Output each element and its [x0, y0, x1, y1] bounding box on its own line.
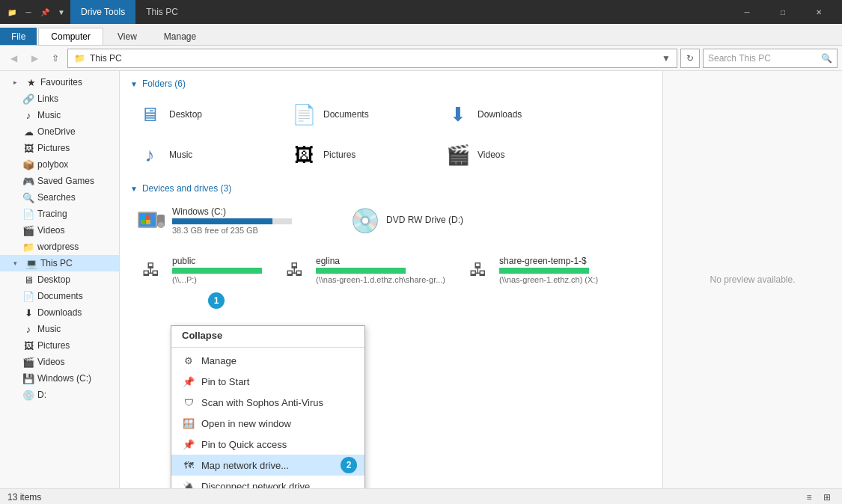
drive-dvd-d[interactable]: 💿 DVD RW Drive (D:): [344, 201, 554, 240]
close-button[interactable]: ✕: [802, 0, 836, 24]
network-eglina-sub: (\\nas-green-1.d.ethz.ch\share-gr...): [316, 275, 445, 284]
sidebar-item-downloads[interactable]: ⬇ Downloads: [0, 304, 119, 321]
folder-desktop[interactable]: 🖥 Desktop: [130, 96, 280, 132]
tab-manage[interactable]: Manage: [151, 28, 209, 45]
network-public-bar: [172, 268, 262, 274]
drives-header-text: Devices and drives (3): [142, 183, 231, 194]
sidebar-item-videos[interactable]: 🎬 Videos: [0, 222, 119, 239]
ctx-collapse[interactable]: Collapse: [171, 326, 364, 345]
ctx-map-drive[interactable]: 🗺 Map network drive... 2: [171, 455, 364, 476]
minimize-quick[interactable]: ─: [22, 6, 34, 18]
network-drive-eglina[interactable]: 🖧 eglina (\\nas-green-1.d.ethz.ch\share-…: [274, 251, 451, 289]
folder-documents-icon: 📄: [290, 101, 317, 128]
sidebar-item-dvd[interactable]: 💿 D:: [0, 387, 119, 403]
sidebar-item-tracing[interactable]: 📄 Tracing: [0, 206, 119, 222]
sidebar-label-videos2: Videos: [37, 357, 64, 367]
folder-desktop-icon: 🖥: [136, 101, 163, 128]
title-bar-icons: 📁 ─ 📌 ▼: [6, 6, 67, 18]
tab-view[interactable]: View: [105, 28, 150, 45]
sidebar-item-desktop[interactable]: 🖥 Desktop: [0, 271, 119, 288]
videos2-icon: 🎬: [22, 356, 34, 368]
minimize-button[interactable]: ─: [730, 0, 764, 24]
ribbon-tabs: File Computer View Manage: [0, 24, 842, 45]
ctx-pin-start[interactable]: 📌 Pin to Start: [171, 371, 364, 392]
back-button[interactable]: ◀: [4, 49, 22, 67]
folder-downloads[interactable]: ⬇ Downloads: [439, 96, 588, 132]
sidebar-item-links[interactable]: 🔗 Links: [0, 90, 119, 107]
ctx-manage-icon: ⚙: [182, 354, 195, 367]
dvd-icon-sm: 💿: [22, 389, 34, 401]
maximize-button[interactable]: □: [766, 0, 800, 24]
up-button[interactable]: ⇧: [46, 49, 64, 67]
folder-videos[interactable]: 🎬 Videos: [439, 137, 588, 173]
sidebar-label-music: Music: [37, 110, 61, 120]
network-drive-public[interactable]: 🖧 public (\\...P:): [130, 251, 268, 289]
sidebar-label-desktop: Desktop: [37, 274, 70, 285]
tab-file[interactable]: File: [0, 28, 37, 45]
sidebar-item-onedrive[interactable]: ☁ OneDrive: [0, 123, 119, 140]
pin-quick[interactable]: 📌: [39, 6, 51, 18]
sidebar-item-pictures2[interactable]: 🖼 Pictures: [0, 337, 119, 354]
sidebar-item-searches[interactable]: 🔍 Searches: [0, 189, 119, 206]
downloads-icon-sm: ⬇: [22, 307, 34, 319]
search-field[interactable]: Search This PC 🔍: [703, 49, 838, 68]
address-bar: ◀ ▶ ⇧ 📁 This PC ▼ ↻ Search This PC 🔍: [0, 46, 842, 71]
folder-pictures[interactable]: 🖼 Pictures: [284, 137, 434, 173]
network-public-sub: (\\...P:): [172, 275, 262, 284]
sidebar-label-thispc: This PC: [40, 258, 73, 268]
tab-computer[interactable]: Computer: [38, 28, 103, 45]
onedrive-icon: ☁: [22, 126, 34, 138]
sidebar-item-pictures[interactable]: 🖼 Pictures: [0, 140, 119, 156]
drive-windows-c[interactable]: Windows (C:) 38.3 GB free of 235 GB: [130, 201, 340, 240]
ctx-new-window-icon: 🪟: [182, 417, 195, 430]
main-area: ▸ ★ Favourites 🔗 Links ♪ Music ☁ OneDriv…: [0, 71, 842, 488]
sidebar-item-music[interactable]: ♪ Music: [0, 107, 119, 123]
sidebar-item-windowsc[interactable]: 💾 Windows (C:): [0, 370, 119, 387]
wordpress-icon: 📁: [22, 241, 34, 253]
folder-downloads-label: Downloads: [478, 109, 522, 120]
polybox-icon: 📦: [22, 159, 34, 170]
folder-videos-label: Videos: [478, 150, 504, 160]
sidebar-item-favourites[interactable]: ▸ ★ Favourites: [0, 74, 119, 90]
ctx-pin-quick[interactable]: 📌 Pin to Quick access: [171, 434, 364, 455]
ctx-scan[interactable]: 🛡 Scan with Sophos Anti-Virus: [171, 392, 364, 413]
sidebar-label-windowsc: Windows (C:): [37, 373, 91, 384]
sidebar-item-thispc[interactable]: ▾ 💻 This PC: [0, 255, 119, 271]
title-tab-drivetools[interactable]: Drive Tools: [70, 0, 135, 24]
music-icon: ♪: [22, 109, 34, 121]
sidebar-item-savedgames[interactable]: 🎮 Saved Games: [0, 173, 119, 189]
ctx-pin-quick-label: Pin to Quick access: [201, 439, 287, 450]
menu-quick[interactable]: ▼: [55, 6, 67, 18]
folder-pictures-label: Pictures: [323, 150, 356, 160]
ctx-disconnect[interactable]: 🔌 Disconnect network drive...: [171, 476, 364, 488]
ctx-new-window[interactable]: 🪟 Open in new window: [171, 413, 364, 434]
network-eglina-bar: [316, 268, 406, 274]
links-icon: 🔗: [22, 93, 34, 105]
sidebar-label-links: Links: [37, 93, 58, 104]
sidebar-label-documents: Documents: [37, 291, 83, 301]
refresh-button[interactable]: ↻: [680, 49, 700, 68]
view-list-button[interactable]: ≡: [802, 490, 817, 505]
sidebar-item-documents[interactable]: 📄 Documents: [0, 288, 119, 304]
search-icon: 🔍: [821, 53, 832, 64]
sidebar-item-music2[interactable]: ♪ Music: [0, 321, 119, 337]
network-share-info: share-green-temp-1-$ (\\nas-green-1.ethz…: [499, 256, 598, 284]
network-share-icon: 🖧: [463, 255, 493, 285]
ctx-manage[interactable]: ⚙ Manage: [171, 350, 364, 371]
status-view-icons: ≡ ⊞: [802, 490, 835, 505]
address-text: This PC: [90, 53, 662, 64]
ctx-map-drive-label: Map network drive...: [201, 460, 289, 471]
network-public-icon: 🖧: [136, 255, 166, 285]
network-drive-share[interactable]: 🖧 share-green-temp-1-$ (\\nas-green-1.et…: [457, 251, 604, 289]
drives-chevron: ▼: [130, 185, 138, 193]
sidebar-item-wordpress[interactable]: 📁 wordpress: [0, 239, 119, 255]
sidebar-item-polybox[interactable]: 📦 polybox: [0, 156, 119, 173]
sidebar-item-videos2[interactable]: 🎬 Videos: [0, 354, 119, 370]
folder-documents[interactable]: 📄 Documents: [284, 96, 434, 132]
address-field[interactable]: 📁 This PC ▼: [67, 49, 677, 68]
forward-button[interactable]: ▶: [25, 49, 43, 67]
desktop-icon-sm: 🖥: [22, 274, 34, 286]
folder-pictures-icon: 🖼: [290, 141, 317, 168]
folder-music[interactable]: ♪ Music: [130, 137, 280, 173]
view-grid-button[interactable]: ⊞: [820, 490, 835, 505]
